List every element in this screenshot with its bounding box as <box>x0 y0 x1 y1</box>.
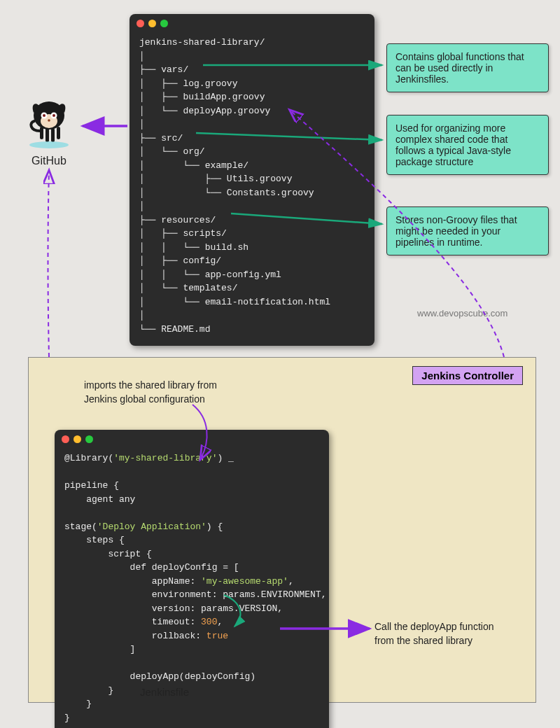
call-note: Call the deployApp function from the sha… <box>374 620 493 648</box>
svg-rect-10 <box>57 127 60 139</box>
window-minimize-icon <box>148 20 156 27</box>
terminal-header <box>55 430 329 449</box>
svg-rect-7 <box>40 127 43 139</box>
jenkinsfile-body: @Library('my-shared-library') _ pipeline… <box>55 449 329 728</box>
arrow-jenkins-to-github <box>48 172 50 357</box>
jenkinsfile-label: Jenkinsfile <box>140 686 189 698</box>
terminal-jenkinsfile: @Library('my-shared-library') _ pipeline… <box>55 430 329 728</box>
svg-point-5 <box>52 114 55 117</box>
svg-rect-9 <box>51 128 55 142</box>
svg-point-6 <box>48 119 50 122</box>
octocat-icon <box>24 94 74 149</box>
window-close-icon <box>62 435 69 443</box>
annotation-resources: Stores non-Groovy files that might be ne… <box>386 206 549 255</box>
window-close-icon <box>136 20 144 27</box>
annotation-src: Used for organizing more complex shared … <box>386 115 549 175</box>
import-note: imports the shared library from Jenkins … <box>84 379 217 406</box>
terminal-header <box>130 14 374 33</box>
github-block: GitHub <box>24 94 74 167</box>
terminal-shared-library-tree: jenkins-shared-library/ │ ├── vars/ │ ├─… <box>130 14 374 346</box>
window-zoom-icon <box>85 435 93 443</box>
tree-body: jenkins-shared-library/ │ ├── vars/ │ ├─… <box>130 33 374 346</box>
website-credit: www.devopscube.com <box>417 308 507 318</box>
svg-point-4 <box>43 114 46 117</box>
svg-point-11 <box>29 141 69 148</box>
annotation-vars: Contains global functions that can be us… <box>386 43 549 92</box>
window-zoom-icon <box>160 20 168 27</box>
svg-rect-8 <box>46 128 49 142</box>
window-minimize-icon <box>74 435 81 443</box>
github-label: GitHub <box>24 155 74 167</box>
jenkins-controller-label: Jenkins Controller <box>412 366 523 385</box>
